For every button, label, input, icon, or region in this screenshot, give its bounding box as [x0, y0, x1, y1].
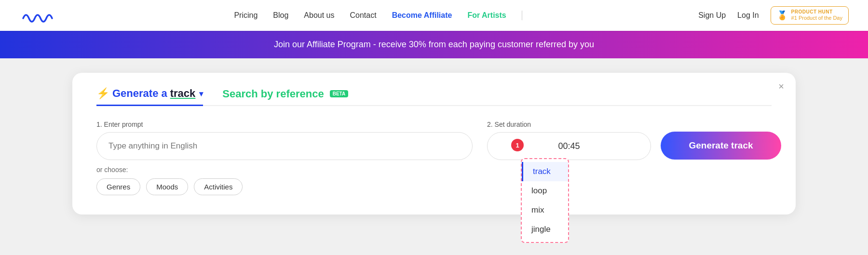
nav-become-affiliate[interactable]: Become Affiliate [392, 11, 452, 20]
tab-search[interactable]: Search by reference BETA [222, 88, 348, 105]
dropdown-arrow-icon: ▾ [199, 89, 203, 98]
moods-button[interactable]: Moods [146, 178, 188, 195]
activities-button[interactable]: Activities [194, 178, 243, 195]
dropdown-item-track[interactable]: track [522, 162, 568, 181]
step1-label: 1. Enter prompt [96, 121, 473, 128]
nav-about[interactable]: About us [304, 11, 334, 20]
step-badge: 1 [511, 139, 524, 151]
nav-pricing[interactable]: Pricing [234, 11, 258, 20]
tab-search-label: Search by reference [222, 88, 324, 100]
dropdown-item-loop[interactable]: loop [522, 181, 568, 201]
dropdown-item-mix[interactable]: mix [522, 201, 568, 220]
duration-wrapper: 2. Set duration [487, 121, 651, 160]
dropdown-item-jingle[interactable]: jingle [522, 220, 568, 239]
nav-links: Pricing Blog About us Contact Become Aff… [58, 11, 698, 20]
affiliate-banner[interactable]: Join our Affiliate Program - receive 30%… [0, 31, 868, 58]
main-content: × ⚡ Generate a track ▾ Search by referen… [0, 58, 868, 229]
login-link[interactable]: Log In [737, 11, 759, 20]
nav-right: Sign Up Log In 🏅 PRODUCT HUNT #1 Product… [698, 6, 849, 24]
genres-button[interactable]: Genres [96, 178, 140, 195]
logo[interactable] [19, 8, 58, 23]
prompt-wrapper: 1 track loop mix jingle [96, 132, 473, 160]
nav-divider [522, 11, 522, 20]
step2-label: 2. Set duration [487, 121, 651, 128]
prompt-input[interactable] [96, 132, 473, 160]
tab-generate-label-1: Generate a [112, 87, 167, 100]
form-left: 1. Enter prompt 1 track loop mix jingle [96, 121, 473, 195]
tab-row: ⚡ Generate a track ▾ Search by reference… [96, 87, 772, 106]
badge-text: PRODUCT HUNT #1 Product of the Day [791, 9, 842, 21]
tab-generate-label-2: track [170, 87, 196, 100]
nav-for-artists[interactable]: For Artists [467, 11, 506, 20]
product-hunt-badge[interactable]: 🏅 PRODUCT HUNT #1 Product of the Day [771, 6, 849, 24]
nav-blog[interactable]: Blog [273, 11, 288, 20]
signup-link[interactable]: Sign Up [698, 11, 726, 20]
or-choose-label: or choose: [96, 166, 473, 174]
beta-badge: BETA [330, 90, 348, 97]
generate-button-wrapper: Generate track [661, 132, 781, 160]
modal-close-button[interactable]: × [778, 81, 784, 91]
badge-icon: 🏅 [777, 10, 787, 21]
modal-card: × ⚡ Generate a track ▾ Search by referen… [72, 73, 796, 215]
navbar: Pricing Blog About us Contact Become Aff… [0, 0, 868, 31]
nav-contact[interactable]: Contact [350, 11, 377, 20]
dropdown-menu[interactable]: track loop mix jingle [521, 158, 569, 243]
form-right: 2. Set duration Generate track [487, 121, 781, 160]
form-row: 1. Enter prompt 1 track loop mix jingle [96, 121, 772, 195]
generate-track-button[interactable]: Generate track [661, 132, 781, 160]
lightning-icon: ⚡ [96, 87, 109, 100]
tag-buttons: Genres Moods Activities [96, 178, 473, 195]
tab-generate[interactable]: ⚡ Generate a track ▾ [96, 87, 203, 106]
